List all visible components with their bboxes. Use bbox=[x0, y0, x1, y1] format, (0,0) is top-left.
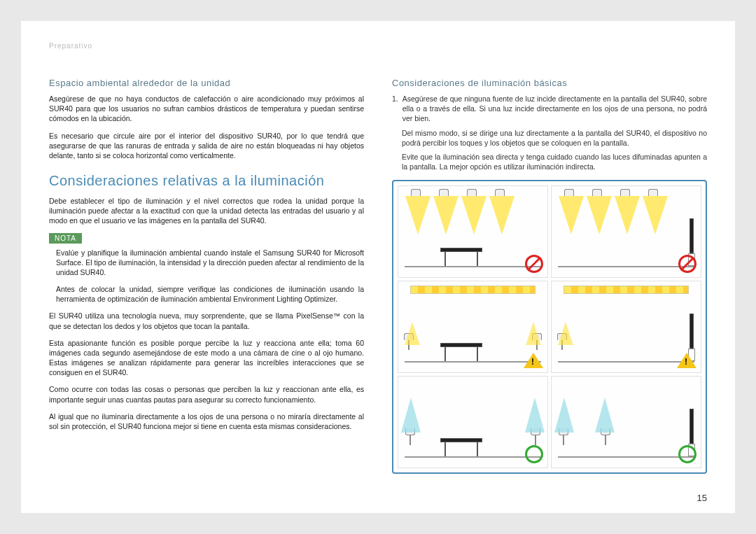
paragraph: Al igual que no iluminaría directamente … bbox=[49, 412, 364, 431]
list-text: Asegúrese de que ninguna fuente de luz i… bbox=[402, 94, 707, 124]
heading-environment: Espacio ambiental alrededor de la unidad bbox=[49, 78, 364, 88]
diagram-strip-table-caution bbox=[398, 281, 548, 373]
list-item: 1. Asegúrese de que ninguna fuente de lu… bbox=[392, 94, 707, 124]
allowed-icon bbox=[678, 445, 696, 463]
diagram-indirect-table-good bbox=[398, 376, 548, 468]
note-badge: NOTA bbox=[49, 233, 82, 244]
left-column: Espacio ambiental alrededor de la unidad… bbox=[49, 78, 364, 474]
diagram-ceiling-spots-wall-bad bbox=[551, 185, 701, 278]
lighting-diagram-frame bbox=[392, 180, 707, 474]
paragraph: Debe establecer el tipo de iluminación y… bbox=[49, 196, 364, 226]
warning-icon bbox=[677, 353, 696, 368]
prohibited-icon bbox=[678, 255, 696, 273]
heading-basic-lighting: Consideraciones de iluminación básicas bbox=[392, 78, 707, 88]
paragraph: Antes de colocar la unidad, siempre veri… bbox=[49, 284, 364, 304]
note-block: Evalúe y planifique la iluminación ambie… bbox=[49, 248, 364, 304]
paragraph: Es necesario que circule aire por el int… bbox=[49, 131, 364, 161]
paragraph: El SUR40 utiliza una tecnología nueva, m… bbox=[49, 311, 364, 330]
heading-lighting: Consideraciones relativas a la iluminaci… bbox=[49, 173, 364, 189]
diagram-strip-wall-caution bbox=[551, 281, 701, 373]
diagram-indirect-wall-good bbox=[551, 376, 701, 468]
right-column: Consideraciones de iluminación básicas 1… bbox=[392, 78, 707, 474]
paragraph: Como ocurre con todas las cosas o person… bbox=[49, 384, 364, 404]
list-continuation: Del mismo modo, si se dirige una luz dir… bbox=[392, 128, 707, 148]
list-continuation: Evite que la iluminación sea directa y t… bbox=[392, 152, 707, 171]
warning-icon bbox=[524, 353, 543, 368]
diagram-ceiling-spots-table-bad bbox=[398, 185, 548, 278]
allowed-icon bbox=[525, 445, 543, 463]
list-number: 1. bbox=[392, 94, 398, 124]
paragraph: Esta apasionante función es posible porq… bbox=[49, 338, 364, 378]
document-page: Preparativo Espacio ambiental alrededor … bbox=[21, 21, 735, 513]
prohibited-icon bbox=[525, 255, 543, 273]
page-number: 15 bbox=[697, 493, 707, 503]
breadcrumb: Preparativo bbox=[49, 42, 707, 50]
paragraph: Evalúe y planifique la iluminación ambie… bbox=[49, 248, 364, 278]
two-column-layout: Espacio ambiental alrededor de la unidad… bbox=[49, 78, 707, 474]
paragraph: Asegúrese de que no haya conductos de ca… bbox=[49, 94, 364, 124]
